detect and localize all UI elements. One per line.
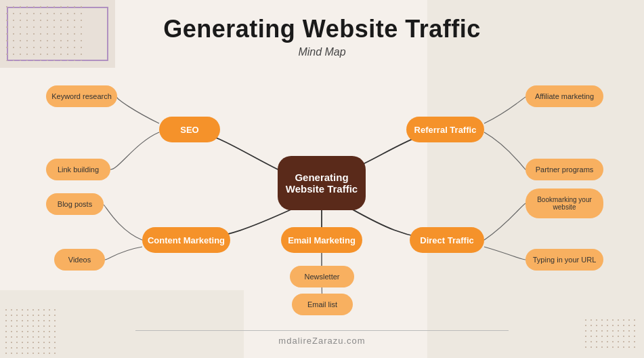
node-affiliate-label: Affiliate marketing <box>535 92 594 100</box>
node-referral-label: Referral Traffic <box>414 125 477 135</box>
footer-divider <box>135 330 509 331</box>
node-bookmark-label: Bookmarking your website <box>525 196 603 211</box>
node-link-label: Link building <box>58 165 99 174</box>
node-bookmark: Bookmarking your website <box>525 188 603 218</box>
node-typing: Typing in your URL <box>525 249 603 271</box>
node-seo-label: SEO <box>180 125 198 135</box>
node-direct-label: Direct Traffic <box>420 235 473 245</box>
content-area: Generating Website Traffic Mind Map <box>0 0 644 358</box>
node-content-marketing: Content Marketing <box>142 227 230 253</box>
node-emaillist: Email list <box>292 294 353 315</box>
node-emaillist-label: Email list <box>307 300 337 309</box>
node-affiliate: Affiliate marketing <box>525 85 603 107</box>
node-videos: Videos <box>54 249 105 271</box>
node-seo: SEO <box>159 117 220 142</box>
node-keyword-label: Keyword research <box>51 92 112 100</box>
center-node: GeneratingWebsite Traffic <box>278 156 366 210</box>
node-newsletter-label: Newsletter <box>305 273 340 281</box>
node-partner-label: Partner programs <box>536 165 594 174</box>
node-blog-label: Blog posts <box>58 200 92 208</box>
node-referral-traffic: Referral Traffic <box>406 117 484 142</box>
node-blog: Blog posts <box>46 193 104 215</box>
center-node-label: GeneratingWebsite Traffic <box>286 172 358 195</box>
node-content-label: Content Marketing <box>148 235 225 245</box>
footer-text: mdalireZarazu.com <box>0 336 644 346</box>
node-keyword: Keyword research <box>46 85 117 107</box>
page-subtitle: Mind Map <box>0 46 644 58</box>
node-email-marketing: Email Marketing <box>281 227 362 253</box>
node-link: Link building <box>46 159 110 180</box>
node-videos-label: Videos <box>68 256 91 264</box>
node-newsletter: Newsletter <box>290 266 354 287</box>
node-partner: Partner programs <box>525 159 603 180</box>
node-email-label: Email Marketing <box>288 235 356 245</box>
node-direct-traffic: Direct Traffic <box>410 227 484 253</box>
node-typing-label: Typing in your URL <box>533 256 597 264</box>
page-title: Generating Website Traffic <box>0 0 644 43</box>
